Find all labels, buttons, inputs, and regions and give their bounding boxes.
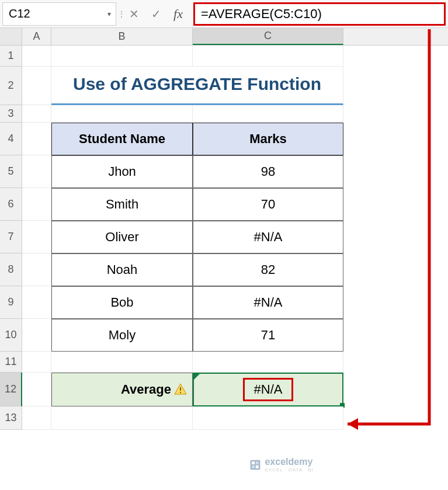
divider: ⋮ [117,9,122,19]
spreadsheet-grid: 1 2 Use of AGGREGATE Function 3 4 Studen… [0,46,448,430]
table-header-marks[interactable]: Marks [193,123,343,155]
table-row[interactable]: Jhon [51,155,193,188]
row-header-2[interactable]: 2 [0,67,22,105]
table-row[interactable]: Oliver [51,221,193,253]
table-header-name[interactable]: Student Name [51,123,193,155]
enter-icon[interactable]: ✓ [145,4,166,25]
average-label: Average [121,382,171,397]
watermark-tagline: EXCEL · DATA · BI [265,467,314,472]
table-row[interactable]: 98 [193,155,343,188]
table-row[interactable]: 71 [193,319,343,352]
row-header-4[interactable]: 4 [0,123,22,155]
cell[interactable] [22,221,51,253]
column-headers: A B C [0,28,448,46]
cell[interactable] [51,352,193,373]
svg-rect-0 [180,387,181,391]
cell-reference: C12 [9,7,30,20]
col-header-a[interactable]: A [22,28,51,45]
table-row[interactable]: 82 [193,253,343,286]
row-header-11[interactable]: 11 [0,352,22,373]
watermark-name: exceldemy [265,457,314,467]
table-row[interactable]: Noah [51,253,193,286]
row-header-5[interactable]: 5 [0,155,22,188]
chevron-down-icon[interactable]: ▾ [107,10,111,18]
row-header-3[interactable]: 3 [0,105,22,123]
cell[interactable] [22,253,51,286]
table-row[interactable]: Smith [51,188,193,221]
cell[interactable] [22,352,51,373]
cell[interactable] [22,286,51,319]
cell[interactable] [51,105,193,123]
average-value: #N/A [243,378,294,401]
formula-input[interactable]: =AVERAGE(C5:C10) [193,2,446,26]
cell[interactable] [193,352,343,373]
cell[interactable] [22,67,51,105]
warning-icon[interactable] [173,383,187,397]
title-cell[interactable]: Use of AGGREGATE Function [51,67,343,105]
row-header-12[interactable]: 12 [0,373,22,406]
table-row[interactable]: #N/A [193,221,343,253]
select-all-corner[interactable] [0,28,22,45]
average-value-cell[interactable]: #N/A [193,373,343,406]
cancel-icon[interactable]: ✕ [123,4,144,25]
cell[interactable] [22,319,51,352]
cell[interactable] [22,46,51,67]
cell[interactable] [51,406,193,430]
cell[interactable] [22,155,51,188]
logo-icon [249,459,261,471]
row-header-7[interactable]: 7 [0,221,22,253]
col-header-c[interactable]: C [193,28,343,45]
cell[interactable] [22,406,51,430]
svg-rect-4 [252,461,255,464]
cell[interactable] [51,46,193,67]
formula-text: =AVERAGE(C5:C10) [201,6,322,22]
svg-rect-7 [256,465,259,468]
row-header-8[interactable]: 8 [0,253,22,286]
row-header-9[interactable]: 9 [0,286,22,319]
row-header-6[interactable]: 6 [0,188,22,221]
svg-rect-3 [251,460,261,470]
cell[interactable] [22,105,51,123]
table-row[interactable]: Moly [51,319,193,352]
svg-rect-5 [256,461,259,464]
watermark: exceldemy EXCEL · DATA · BI [249,457,314,472]
cell[interactable] [22,123,51,155]
formula-bar: C12 ▾ ⋮ ✕ ✓ fx =AVERAGE(C5:C10) [0,0,448,28]
cell[interactable] [22,188,51,221]
cell[interactable] [193,406,343,430]
svg-rect-1 [180,392,181,393]
name-box[interactable]: C12 ▾ [2,2,116,26]
cell[interactable] [22,373,51,406]
cell[interactable] [193,105,343,123]
row-header-10[interactable]: 10 [0,319,22,352]
svg-rect-6 [252,465,255,468]
fx-icon[interactable]: fx [168,4,189,25]
table-row[interactable]: Bob [51,286,193,319]
col-header-b[interactable]: B [51,28,193,45]
cell[interactable] [193,46,343,67]
row-header-1[interactable]: 1 [0,46,22,67]
table-row[interactable]: #N/A [193,286,343,319]
average-label-cell[interactable]: Average [51,373,193,406]
table-row[interactable]: 70 [193,188,343,221]
page-title: Use of AGGREGATE Function [73,74,321,94]
row-header-13[interactable]: 13 [0,406,22,430]
